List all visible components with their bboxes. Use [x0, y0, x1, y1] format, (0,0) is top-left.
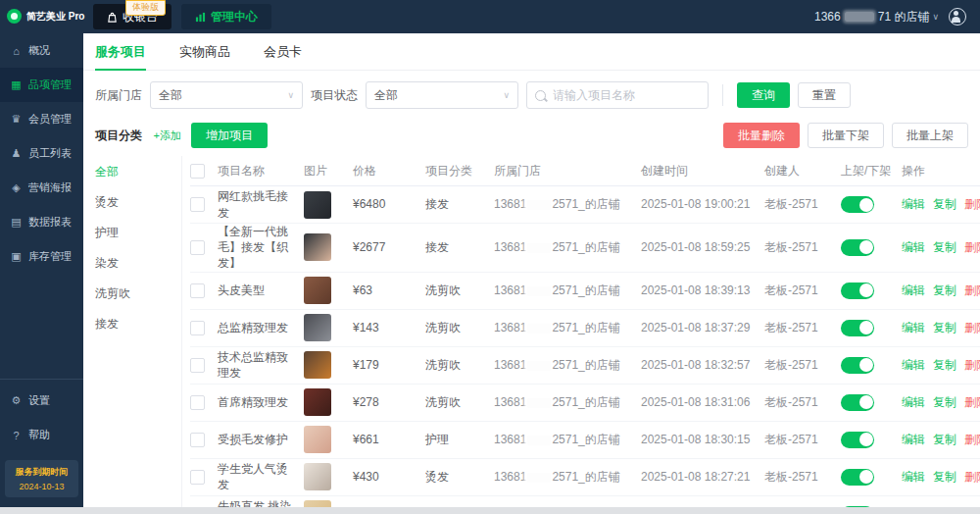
- sidebar-item[interactable]: ♛ 会员管理: [0, 102, 83, 136]
- edit-link[interactable]: 编辑: [902, 320, 925, 336]
- add-category-button[interactable]: +添加: [154, 128, 181, 143]
- tab-manage-center[interactable]: 管理中心: [181, 4, 271, 29]
- copy-link[interactable]: 复制: [933, 239, 956, 256]
- row-checkbox[interactable]: [190, 197, 205, 212]
- edit-link[interactable]: 编辑: [902, 469, 925, 486]
- row-checkbox[interactable]: [190, 395, 205, 410]
- col-created-time: 创建时间: [641, 163, 764, 180]
- item-name: 网红款挑毛接发: [218, 188, 304, 220]
- delete-link[interactable]: 删除: [964, 239, 980, 256]
- edit-link[interactable]: 编辑: [902, 357, 925, 374]
- inventory-icon: ▣: [10, 250, 23, 263]
- item-created-time: 2025-01-08 18:37:29: [641, 320, 764, 335]
- copy-link[interactable]: 复制: [933, 320, 956, 336]
- main-tab[interactable]: 服务项目: [95, 43, 146, 70]
- account-dropdown[interactable]: 136671 的店铺 ∨: [814, 9, 939, 26]
- item-name: 【全新一代挑毛】接发【织发】: [218, 224, 304, 272]
- category-item[interactable]: 全部: [95, 164, 181, 180]
- copy-link[interactable]: 复制: [933, 469, 956, 486]
- row-checkbox[interactable]: [190, 470, 205, 485]
- category-item[interactable]: 护理: [95, 225, 181, 241]
- onoff-toggle[interactable]: [841, 394, 874, 411]
- toolbar-row: 项目分类 +添加 增加项目 批量删除 批量下架 批量上架: [83, 119, 980, 156]
- onoff-toggle[interactable]: [841, 357, 874, 374]
- settings-icon: ⚙: [10, 394, 23, 407]
- sidebar-item-label: 品项管理: [28, 77, 72, 92]
- reset-button[interactable]: 重置: [798, 82, 851, 108]
- item-name: 技术总监精致理发: [218, 349, 304, 381]
- category-item-label: 护理: [95, 226, 119, 239]
- status-filter-select[interactable]: 全部 ∨: [366, 81, 518, 109]
- store-phone-blur: [527, 473, 551, 483]
- sidebar-item[interactable]: ▣ 库存管理: [0, 239, 83, 274]
- add-item-button[interactable]: 增加项目: [191, 123, 268, 148]
- sidebar-item[interactable]: ⌂ 概况: [0, 33, 83, 68]
- delete-link[interactable]: 删除: [964, 432, 980, 448]
- search-input[interactable]: [551, 87, 700, 103]
- copy-link[interactable]: 复制: [933, 196, 956, 213]
- delete-link[interactable]: 删除: [964, 394, 980, 411]
- delete-link[interactable]: 删除: [964, 469, 980, 486]
- onoff-toggle[interactable]: [841, 432, 874, 448]
- category-item[interactable]: 染发: [95, 255, 181, 272]
- store-phone-blur: [527, 398, 551, 408]
- sidebar-item-label: 营销海报: [28, 180, 72, 195]
- store-filter-select[interactable]: 全部 ∨: [150, 81, 303, 109]
- copy-link[interactable]: 复制: [933, 432, 956, 448]
- search-button[interactable]: 查询: [737, 82, 790, 108]
- filter-row: 所属门店 全部 ∨ 项目状态 全部 ∨ 查询 重置: [83, 71, 980, 119]
- store-phone-blur: [527, 286, 551, 296]
- sidebar-item-label: 员工列表: [28, 146, 72, 161]
- onoff-toggle[interactable]: [841, 320, 874, 336]
- copy-link[interactable]: 复制: [933, 394, 956, 411]
- edit-link[interactable]: 编辑: [902, 394, 925, 411]
- onoff-toggle[interactable]: [841, 239, 874, 256]
- category-item[interactable]: 洗剪吹: [95, 285, 181, 302]
- batch-on-shelf-button[interactable]: 批量上架: [892, 123, 968, 148]
- main-tab[interactable]: 实物商品: [179, 43, 230, 70]
- col-onoff: 上架/下架: [841, 163, 902, 180]
- item-image: [304, 277, 331, 304]
- sidebar-item[interactable]: ▦ 品项管理: [0, 68, 83, 102]
- edit-link[interactable]: 编辑: [902, 432, 925, 448]
- sidebar-item[interactable]: ◈ 营销海报: [0, 171, 83, 205]
- batch-buttons: 批量删除 批量下架 批量上架: [723, 123, 968, 148]
- delete-link[interactable]: 删除: [964, 320, 980, 336]
- copy-link[interactable]: 复制: [933, 357, 956, 374]
- table-body: 网红款挑毛接发 ¥6480 接发 136812571_的店铺 2025-01-0…: [190, 186, 980, 507]
- onoff-toggle[interactable]: [841, 283, 874, 299]
- item-store: 136812571_的店铺: [494, 432, 641, 447]
- category-item[interactable]: 接发: [95, 316, 181, 333]
- item-image: [304, 314, 331, 341]
- table-row: 头皮美型 ¥63 洗剪吹 136812571_的店铺 2025-01-08 18…: [190, 273, 980, 310]
- sidebar-footer-item[interactable]: ⚙ 设置: [0, 384, 83, 418]
- tab-manage-label: 管理中心: [211, 9, 258, 26]
- item-creator: 老板-2571: [764, 239, 841, 255]
- category-item[interactable]: 烫发: [95, 194, 181, 211]
- row-checkbox[interactable]: [190, 321, 205, 335]
- sidebar-item[interactable]: ♟ 员工列表: [0, 136, 83, 171]
- copy-link[interactable]: 复制: [933, 283, 956, 299]
- select-all-checkbox[interactable]: [190, 164, 205, 179]
- row-checkbox[interactable]: [190, 240, 205, 255]
- delete-link[interactable]: 删除: [964, 357, 980, 374]
- delete-link[interactable]: 删除: [964, 196, 980, 213]
- sidebar-item[interactable]: ▤ 数据报表: [0, 205, 83, 239]
- row-checkbox[interactable]: [190, 433, 205, 447]
- edit-link[interactable]: 编辑: [902, 283, 925, 299]
- col-store: 所属门店: [494, 163, 641, 180]
- row-checkbox[interactable]: [190, 358, 205, 373]
- onoff-toggle[interactable]: [841, 469, 874, 486]
- row-checkbox[interactable]: [190, 283, 205, 298]
- cashier-icon: [107, 12, 118, 23]
- batch-off-shelf-button[interactable]: 批量下架: [808, 123, 884, 148]
- batch-delete-button[interactable]: 批量删除: [723, 123, 800, 148]
- onoff-toggle[interactable]: [841, 196, 874, 213]
- delete-link[interactable]: 删除: [964, 283, 980, 299]
- main-tab[interactable]: 会员卡: [264, 43, 302, 70]
- items-table: 项目名称 图片 价格 项目分类 所属门店 创建时间 创建人 上架/下架 操作: [190, 156, 980, 507]
- edit-link[interactable]: 编辑: [902, 239, 925, 256]
- user-avatar-icon[interactable]: [949, 8, 966, 26]
- edit-link[interactable]: 编辑: [902, 196, 925, 213]
- sidebar-footer-item[interactable]: ? 帮助: [0, 418, 83, 452]
